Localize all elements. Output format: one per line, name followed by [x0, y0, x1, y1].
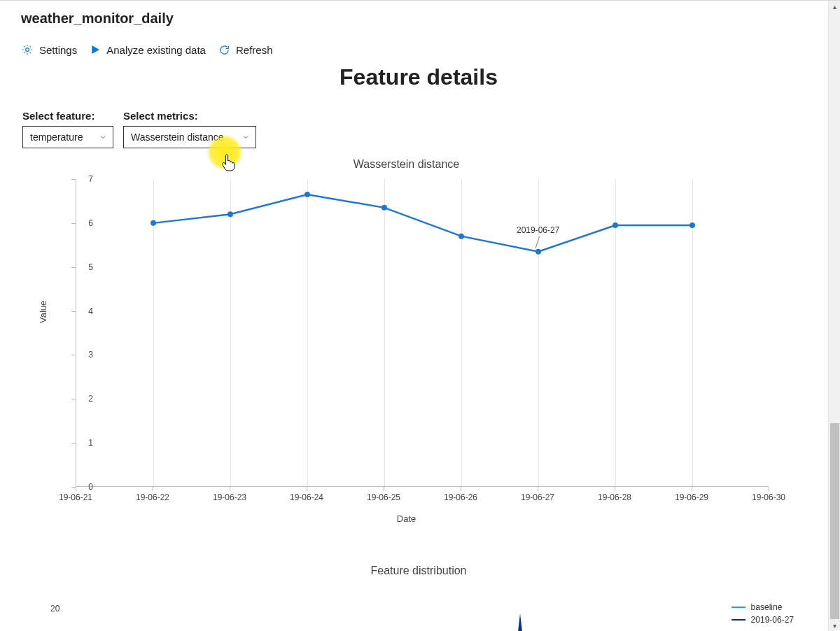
chevron-down-icon: [241, 133, 250, 141]
svg-point-5: [458, 234, 464, 239]
x-tick: 19-06-25: [367, 492, 400, 502]
feature-distribution-title: Feature distribution: [20, 565, 818, 577]
settings-button[interactable]: Settings: [21, 43, 77, 56]
plot-area: [76, 179, 769, 487]
x-tick: 19-06-22: [136, 492, 169, 502]
chevron-down-icon: [99, 133, 107, 141]
x-tick: 19-06-27: [521, 492, 554, 502]
page-title: weather_monitor_daily: [20, 1, 818, 32]
x-tick: 19-06-21: [59, 492, 92, 502]
scroll-down-button[interactable]: ▾: [829, 620, 840, 631]
x-tick: 19-06-28: [598, 492, 631, 502]
section-title: Feature details: [20, 64, 818, 90]
x-axis-label: Date: [20, 513, 793, 524]
analyze-button[interactable]: Analyze existing data: [90, 44, 206, 56]
feature-select-value: temperature: [30, 132, 83, 143]
svg-point-1: [150, 220, 156, 226]
controls-row: Select feature: temperature Select metri…: [20, 110, 818, 148]
vertical-scrollbar[interactable]: ▴ ▾: [828, 1, 840, 631]
refresh-label: Refresh: [236, 44, 273, 56]
gear-icon: [21, 43, 34, 56]
dist-spike-icon: [510, 611, 531, 631]
feature-select[interactable]: temperature: [22, 126, 113, 148]
svg-point-0: [26, 48, 29, 52]
x-tick: 19-06-29: [675, 492, 708, 502]
legend-item-date: 2019-06-27: [732, 615, 794, 625]
metrics-select-value: Wasserstein distance: [131, 132, 224, 143]
legend-item-baseline: baseline: [732, 602, 794, 612]
svg-point-7: [612, 222, 618, 228]
scroll-up-button[interactable]: ▴: [829, 1, 840, 13]
x-tick: 19-06-26: [444, 492, 477, 502]
refresh-button[interactable]: Refresh: [218, 44, 273, 56]
svg-point-2: [227, 211, 233, 217]
svg-point-8: [690, 222, 695, 228]
svg-point-3: [304, 192, 310, 197]
scroll-thumb[interactable]: [830, 423, 839, 619]
y-axis-label: Value: [38, 301, 48, 323]
x-tick: 19-06-23: [213, 492, 246, 502]
toolbar: Settings Analyze existing data Refresh: [20, 32, 818, 63]
legend-swatch: [732, 607, 746, 608]
dist-ytick: 20: [50, 604, 59, 614]
x-tick: 19-06-24: [290, 492, 323, 502]
dist-legend: baseline 2019-06-27: [732, 602, 794, 628]
analyze-label: Analyze existing data: [106, 44, 206, 56]
refresh-icon: [218, 44, 230, 56]
feature-distribution-section: Feature distribution 20 baseline 2019-06…: [20, 565, 818, 577]
feature-select-label: Select feature:: [22, 110, 113, 122]
wasserstein-chart: Wasserstein distance Value Date 01234567…: [20, 158, 793, 536]
legend-swatch: [732, 619, 746, 621]
x-tick: 19-06-30: [752, 492, 785, 502]
legend-label: baseline: [751, 602, 783, 612]
legend-label: 2019-06-27: [751, 615, 794, 625]
metrics-select[interactable]: Wasserstein distance: [123, 126, 256, 148]
svg-point-4: [382, 205, 387, 211]
chart-title: Wasserstein distance: [20, 158, 793, 171]
svg-point-6: [536, 249, 541, 255]
play-icon: [90, 44, 101, 55]
chart-annotation: 2019-06-27: [517, 225, 559, 235]
metrics-select-label: Select metrics:: [123, 110, 256, 122]
settings-label: Settings: [39, 44, 77, 56]
